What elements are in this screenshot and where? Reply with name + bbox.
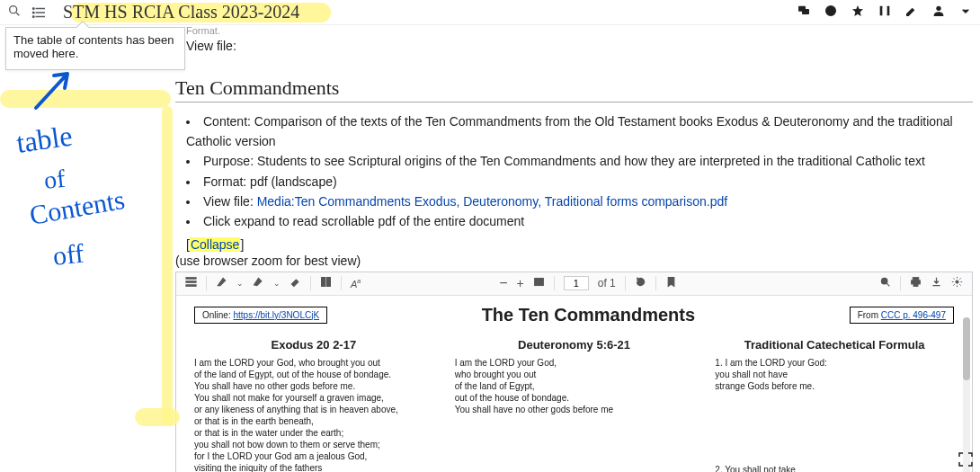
online-link[interactable]: https://bit.ly/3NOLCjK [233,310,319,320]
page-view-icon[interactable] [320,276,332,290]
zoom-out-icon[interactable]: − [499,275,507,291]
svg-point-0 [10,6,17,13]
column-exodus: Exodus 20 2-17 I am the LORD your God, w… [194,338,433,472]
svg-point-12 [936,6,940,11]
svg-line-24 [886,283,889,286]
fit-icon[interactable] [533,276,545,290]
pdf-viewer: ⌄ ⌄ Aa − + of 1 [175,272,973,472]
download-icon[interactable] [931,276,942,290]
svg-point-28 [956,281,958,283]
highlighter2-icon[interactable] [253,276,264,290]
user-icon[interactable] [931,4,946,21]
list-item: Purpose: Students to see Scriptural orig… [186,151,973,171]
svg-rect-27 [913,283,918,286]
svg-text:off: off [51,238,85,271]
history-icon[interactable] [824,4,838,21]
prev-format-label: Format. [186,25,220,36]
svg-point-7 [33,15,35,17]
toc-icon[interactable] [185,276,197,290]
settings-icon[interactable] [951,276,963,290]
pdf-toolbar: ⌄ ⌄ Aa − + of 1 [176,272,972,296]
toc-moved-tooltip: The table of contents has been moved her… [5,27,185,70]
section-heading: Ten Commandments [ edit | edit source ] [175,76,973,102]
star-icon[interactable] [851,4,865,21]
svg-marker-11 [852,5,863,16]
from-box: From CCC p. 496-497 [850,307,954,324]
search-icon[interactable] [7,4,22,21]
svg-point-6 [33,12,35,13]
rotate-icon[interactable] [635,276,646,290]
highlight-bar [0,90,171,108]
scrollbar[interactable] [963,317,970,472]
toc-toggle-icon[interactable] [31,4,49,22]
zoom-in-icon[interactable]: + [517,276,524,290]
list-item: Content: Comparison of the texts of the … [186,111,973,152]
chevron-down-icon[interactable] [958,4,973,21]
ccc-link[interactable]: CCC p. 496-497 [881,310,946,320]
pdf-page: Online: https://bit.ly/3NOLCjK The Ten C… [176,296,972,472]
svg-text:Contents: Contents [27,184,127,230]
column-deuteronomy: Deuteronomy 5:6-21 I am the LORD your Go… [455,338,694,472]
page-input[interactable] [564,276,589,290]
collapse-toggle[interactable]: [Collapse] [186,237,973,252]
list-item: Click expand to read scrollable pdf of t… [186,211,973,231]
brackets-icon[interactable] [878,4,892,21]
bullet-list: Content: Comparison of the texts of the … [186,111,973,232]
highlighter-icon[interactable] [216,276,227,290]
svg-rect-17 [186,278,196,280]
bookmark-icon[interactable] [665,276,677,290]
chevron-down-icon[interactable]: ⌄ [236,279,244,288]
svg-rect-9 [802,9,809,14]
page-title: STM HS RCIA Class 2023-2024 [63,2,299,22]
discussion-icon[interactable] [797,4,811,21]
svg-rect-21 [326,278,330,287]
pdf-title: The Ten Commandments [482,305,695,325]
zoom-note: (use browser zoom for best view) [175,254,973,268]
search-icon[interactable] [879,276,891,290]
svg-point-23 [881,279,887,285]
edit-icon[interactable] [904,4,919,21]
svg-text:of: of [42,165,67,194]
handwriting-annotation: table of Contents off [9,117,171,297]
text-size-icon[interactable]: Aa [351,278,361,289]
svg-line-1 [16,13,19,15]
eraser-icon[interactable] [290,276,301,290]
svg-rect-20 [322,278,325,287]
topbar: STM HS RCIA Class 2023-2024 [0,0,980,25]
print-icon[interactable] [910,276,922,290]
content-area: Format. View file: Ten Commandments [ ed… [175,25,980,472]
prev-viewfile-label: View file: [186,39,236,53]
svg-point-5 [33,7,35,9]
highlight-bar [135,408,180,426]
page-total: of 1 [598,277,616,289]
svg-rect-22 [534,279,543,286]
svg-rect-19 [186,285,196,287]
tooltip-text: The table of contents has been moved her… [13,33,174,60]
chevron-down-icon[interactable]: ⌄ [273,279,281,288]
column-traditional: Traditional Catechetical Formula 1. I am… [715,338,954,472]
online-box: Online: https://bit.ly/3NOLCjK [194,307,327,324]
list-item: Format: pdf (landscape) [186,172,973,191]
fullscreen-icon[interactable] [958,452,973,467]
svg-rect-18 [186,281,196,283]
section-heading-row: Ten Commandments [ edit | edit source ] [175,76,973,102]
list-item: View file: Media:Ten Commandments Exodus… [186,191,973,211]
media-link[interactable]: Media:Ten Commandments Exodus, Deuterono… [257,194,727,209]
highlight-bar [162,106,173,426]
svg-text:table: table [14,120,75,159]
